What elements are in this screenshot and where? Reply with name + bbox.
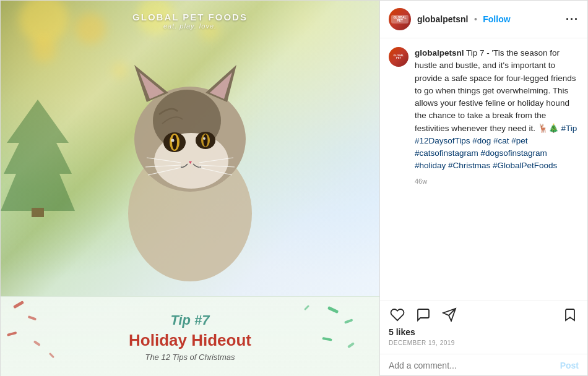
caption-body: Tip 7 - 'Tis the season for hustle and b… (415, 48, 576, 133)
caption-text: globalpetsnl Tip 7 - 'Tis the season for… (415, 47, 579, 186)
svg-rect-30 (344, 318, 353, 324)
svg-rect-31 (322, 337, 332, 341)
svg-rect-24 (32, 208, 44, 217)
follow-button[interactable]: Follow (483, 14, 510, 24)
likes-count: 5 likes (389, 327, 579, 337)
header-username[interactable]: globalpetsnl (417, 14, 468, 24)
header-username-area: globalpetsnl • Follow (417, 14, 560, 25)
comment-input[interactable] (389, 361, 555, 370)
svg-point-10 (172, 135, 177, 150)
like-button[interactable] (389, 306, 406, 323)
share-button[interactable] (441, 306, 458, 323)
header-dot: • (474, 14, 477, 24)
share-icon (442, 307, 457, 322)
comment-button[interactable] (415, 306, 432, 323)
svg-rect-33 (49, 352, 54, 358)
bookmark-icon (563, 307, 577, 322)
caption-timestamp: 46w (415, 176, 579, 187)
post-caption-area: GLOBALPET globalpetsnl Tip 7 - 'Tis the … (380, 38, 587, 301)
caption-username[interactable]: globalpetsnl (415, 48, 464, 58)
svg-point-11 (171, 139, 175, 142)
comment-area: Post (380, 354, 587, 376)
svg-rect-28 (33, 340, 41, 346)
svg-rect-27 (7, 331, 17, 336)
brand-tagline: eat. play. love. (1, 22, 379, 30)
avatar-inner: GLOBALPET (391, 15, 409, 24)
tip-subtitle: The 12 Tips of Christmas (145, 352, 235, 362)
svg-rect-34 (304, 305, 309, 310)
svg-marker-23 (1, 100, 75, 211)
post-date: DECEMBER 19, 2019 (389, 340, 579, 346)
svg-rect-26 (28, 315, 37, 321)
action-icons (389, 306, 579, 323)
cat-svg (91, 40, 289, 288)
caption-avatar-text: GLOBALPET (394, 54, 404, 60)
post-info-panel: GLOBALPET globalpetsnl • Follow ··· GLOB… (379, 1, 587, 376)
post-header: GLOBALPET globalpetsnl • Follow ··· (380, 1, 587, 38)
heart-icon (390, 307, 405, 322)
instagram-post: GLOBAL PET FOODS eat. play. love. (0, 0, 588, 376)
brand-name: GLOBAL PET FOODS (1, 12, 379, 22)
caption-avatar: GLOBALPET (389, 47, 409, 67)
comment-icon (416, 307, 431, 322)
svg-point-14 (204, 134, 208, 147)
tip-number: Tip #7 (170, 312, 209, 328)
caption-row: GLOBALPET globalpetsnl Tip 7 - 'Tis the … (389, 47, 579, 186)
post-comment-button[interactable]: Post (560, 361, 579, 370)
bookmark-button[interactable] (561, 306, 579, 323)
avatar: GLOBALPET (389, 8, 411, 30)
cat-image-area (50, 25, 330, 302)
tree-svg (1, 93, 75, 217)
brand-overlay: GLOBAL PET FOODS eat. play. love. (1, 12, 379, 30)
svg-point-15 (203, 137, 205, 140)
more-button[interactable]: ··· (566, 13, 579, 26)
svg-rect-29 (327, 306, 339, 314)
post-actions: 5 likes DECEMBER 19, 2019 (380, 301, 587, 354)
avatar-text: GLOBALPET (393, 16, 406, 23)
svg-rect-25 (13, 301, 24, 309)
post-image-panel: GLOBAL PET FOODS eat. play. love. (1, 1, 379, 376)
tip-title: Holiday Hideout (129, 331, 251, 350)
svg-rect-32 (347, 342, 355, 348)
image-caption-bar: Tip #7 Holiday Hideout The 12 Tips of Ch… (1, 296, 379, 376)
